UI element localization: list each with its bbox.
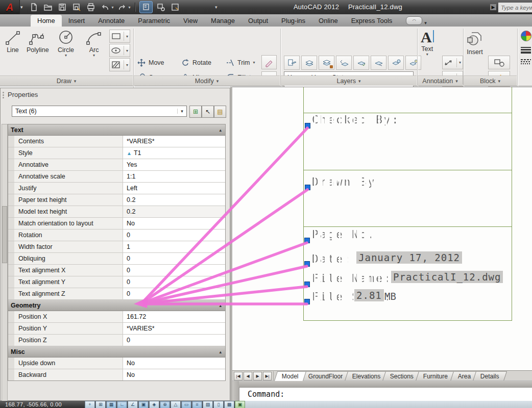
layer-states-button[interactable] bbox=[301, 56, 317, 70]
scrollbar-thumb[interactable] bbox=[2, 206, 7, 263]
property-row-position-x[interactable]: Position X161.72 bbox=[8, 311, 225, 323]
layer-freeze-button[interactable] bbox=[319, 56, 334, 70]
checked-by-text[interactable]: Checked By: bbox=[312, 114, 400, 126]
date-label-text[interactable]: Date: bbox=[312, 253, 352, 265]
circle-tool-button[interactable]: Circle ▾ bbox=[57, 30, 75, 57]
redo-caret-icon[interactable]: ▾ bbox=[129, 5, 131, 10]
undo-caret-icon[interactable]: ▾ bbox=[112, 5, 114, 10]
annotation-monitor-toggle[interactable]: ▣ bbox=[235, 401, 245, 408]
rotate-button[interactable]: Rotate bbox=[181, 58, 226, 67]
property-row-backward[interactable]: BackwardNo bbox=[8, 369, 225, 380]
object-snap-tracking-toggle[interactable]: ⊕ bbox=[160, 401, 170, 408]
workspace-toggle-button[interactable] bbox=[139, 1, 153, 13]
modify-panel-label[interactable]: Modify▾ bbox=[134, 75, 280, 86]
property-row-contents[interactable]: Contents*VARIES* bbox=[8, 136, 225, 147]
tab-annotate[interactable]: Annotate bbox=[91, 15, 131, 27]
file-size-field-text[interactable]: 2.81 bbox=[354, 289, 384, 301]
property-row-paper-text-height[interactable]: Paper text height0.2 bbox=[8, 194, 225, 206]
property-row-obliquing[interactable]: Obliquing0 bbox=[8, 253, 225, 265]
erase-button[interactable] bbox=[261, 55, 277, 69]
grip-file-size[interactable] bbox=[304, 299, 310, 304]
make-current-button[interactable] bbox=[353, 56, 369, 70]
date-field-text[interactable]: January 17, 2012 bbox=[356, 251, 462, 264]
grip-page-no[interactable] bbox=[304, 238, 310, 243]
grip-date[interactable] bbox=[304, 261, 310, 267]
line-tool-button[interactable]: Line bbox=[4, 30, 21, 54]
grid-display-toggle[interactable]: ▦ bbox=[106, 401, 116, 408]
property-row-text-alignment-y[interactable]: Text alignment Y0 bbox=[8, 276, 225, 288]
arc-dropdown-caret-icon[interactable]: ▾ bbox=[93, 54, 95, 57]
property-row-text-alignment-x[interactable]: Text alignment X0 bbox=[8, 265, 225, 276]
grip-file-name[interactable] bbox=[304, 282, 310, 287]
page-no-text[interactable]: Page No.: bbox=[312, 228, 384, 241]
tab-home[interactable]: Home bbox=[31, 15, 62, 27]
tab-express-tools[interactable]: Express Tools bbox=[345, 15, 399, 27]
tab-insert[interactable]: Insert bbox=[62, 15, 92, 27]
transparency-toggle[interactable]: ▨ bbox=[203, 401, 213, 408]
3d-object-snap-toggle[interactable]: ◈ bbox=[149, 401, 159, 408]
section-header-text[interactable]: Text▴ bbox=[8, 124, 225, 136]
layout-tab-furniture[interactable]: Furniture bbox=[416, 371, 455, 381]
property-row-upside-down[interactable]: Upside downNo bbox=[8, 358, 225, 369]
open-file-button[interactable] bbox=[42, 2, 54, 13]
section-header-misc[interactable]: Misc▴ bbox=[8, 346, 225, 358]
ellipse-tool-button[interactable]: ▾ bbox=[109, 44, 130, 57]
drawing-area[interactable]: Checked By: Drawn By: Page No.: Date: Ja… bbox=[232, 87, 532, 371]
polyline-tool-button[interactable]: Polyline bbox=[27, 30, 49, 54]
infer-constraints-toggle[interactable]: + bbox=[85, 401, 95, 408]
property-row-justify[interactable]: JustifyLeft bbox=[8, 183, 225, 194]
search-arrow-icon[interactable]: ▶ bbox=[490, 4, 496, 10]
property-row-model-text-height[interactable]: Model text height0.2 bbox=[8, 206, 225, 218]
tab-view[interactable]: View bbox=[177, 15, 204, 27]
property-row-match-orientation[interactable]: Match orientation to layoutNo bbox=[8, 218, 225, 230]
quick-select-button[interactable]: ▤ bbox=[214, 106, 226, 118]
ribbon-minimize-caret-icon[interactable]: ▾ bbox=[424, 20, 427, 26]
dynamic-ucs-toggle[interactable]: △ bbox=[171, 401, 181, 408]
application-menu-caret-icon[interactable]: ▾ bbox=[20, 5, 23, 10]
move-button[interactable]: Move bbox=[137, 58, 181, 67]
insert-block-button[interactable]: Insert bbox=[466, 31, 484, 56]
save-button[interactable] bbox=[56, 2, 68, 13]
section-header-geometry[interactable]: Geometry▴ bbox=[8, 300, 225, 311]
tab-plugins[interactable]: Plug-ins bbox=[275, 15, 312, 27]
next-layout-button[interactable]: ▶ bbox=[253, 372, 262, 380]
arc-tool-button[interactable]: Arc ▾ bbox=[85, 30, 103, 57]
select-objects-button[interactable]: ↖ bbox=[202, 106, 214, 118]
property-row-style[interactable]: Style▲T1 bbox=[8, 147, 225, 159]
undo-button[interactable] bbox=[99, 2, 111, 13]
snap-mode-toggle[interactable]: ⊞ bbox=[95, 401, 106, 408]
dimension-button[interactable]: ▾ bbox=[442, 56, 463, 69]
selection-cycling-toggle[interactable]: ▩ bbox=[224, 401, 234, 408]
command-window[interactable]: Command: bbox=[232, 380, 532, 401]
quick-properties-toggle[interactable]: ▯ bbox=[213, 401, 224, 408]
command-prompt[interactable]: Command: bbox=[248, 390, 284, 399]
layer-off-button[interactable] bbox=[405, 56, 421, 70]
tab-online[interactable]: Online bbox=[312, 15, 345, 27]
property-row-position-y[interactable]: Position Y*VARIES* bbox=[8, 323, 225, 335]
property-row-width-factor[interactable]: Width factor1 bbox=[8, 241, 225, 253]
file-name-field-text[interactable]: PracticalI_12.dwg bbox=[391, 271, 503, 283]
layout-tab-elevations[interactable]: Elevations bbox=[345, 371, 389, 381]
draw-panel-label[interactable]: Draw▾ bbox=[0, 75, 133, 86]
lineweight-icon[interactable] bbox=[521, 46, 531, 55]
drawn-by-text[interactable]: Drawn By: bbox=[312, 176, 384, 188]
palette-grip[interactable] bbox=[3, 92, 4, 98]
layout-tab-groundfloor[interactable]: GroundFloor bbox=[301, 371, 351, 381]
layers-panel-label[interactable]: Layers▾ bbox=[281, 75, 417, 86]
text-caret-icon[interactable]: ▾ bbox=[426, 53, 428, 56]
clean-screen-button[interactable] bbox=[155, 2, 167, 13]
tab-manage[interactable]: Manage bbox=[204, 15, 241, 27]
ortho-mode-toggle[interactable]: ∟ bbox=[117, 401, 127, 408]
property-row-rotation[interactable]: Rotation0 bbox=[8, 230, 225, 241]
help-search-input[interactable]: Type a keyw bbox=[498, 2, 532, 13]
lineweight-toggle[interactable]: ≡ bbox=[192, 401, 202, 408]
trim-caret-icon[interactable]: ▾ bbox=[253, 60, 255, 65]
hatch-tool-button[interactable]: ▾ bbox=[109, 58, 130, 71]
command-history-splitter[interactable] bbox=[239, 381, 532, 388]
property-row-text-alignment-z[interactable]: Text alignment Z0 bbox=[8, 288, 225, 300]
linetype-icon[interactable] bbox=[521, 58, 531, 65]
property-row-position-z[interactable]: Position Z0 bbox=[8, 335, 225, 346]
toggle-pickadd-button[interactable]: ⊞ bbox=[189, 106, 202, 118]
file-name-label-text[interactable]: File Name: bbox=[312, 272, 392, 285]
plot-button[interactable] bbox=[85, 2, 97, 13]
